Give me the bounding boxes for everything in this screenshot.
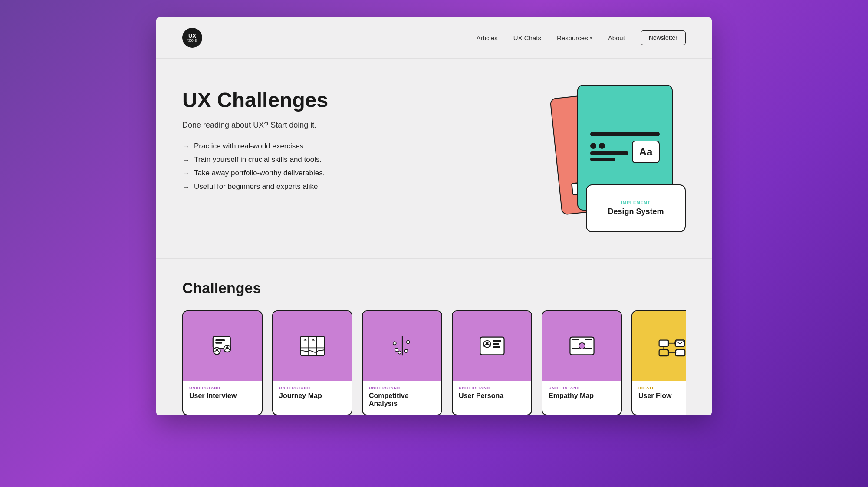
challenge-card-empathy[interactable]: UNDERSTAND Empathy Map bbox=[542, 310, 622, 415]
bullet-4: → Useful for beginners and experts alike… bbox=[182, 182, 328, 191]
svg-rect-33 bbox=[585, 339, 592, 340]
card-icon-area-6 bbox=[632, 311, 686, 381]
page-container: UX tools Articles UX Chats Resources ▾ A… bbox=[156, 17, 712, 415]
svg-rect-35 bbox=[585, 348, 592, 349]
newsletter-button[interactable]: Newsletter bbox=[641, 30, 686, 45]
arrow-icon-4: → bbox=[182, 183, 190, 191]
card-icon-area-4 bbox=[453, 311, 531, 381]
svg-point-18 bbox=[406, 341, 409, 344]
card-info-4: UNDERSTAND User Persona bbox=[453, 381, 531, 407]
svg-point-24 bbox=[486, 342, 488, 344]
card-icon-area bbox=[183, 311, 262, 381]
svg-rect-8 bbox=[300, 336, 324, 355]
svg-rect-37 bbox=[659, 350, 668, 356]
svg-point-19 bbox=[398, 351, 401, 354]
card-info-2: UNDERSTAND Journey Map bbox=[273, 381, 352, 407]
svg-rect-25 bbox=[493, 340, 501, 342]
chevron-down-icon: ▾ bbox=[590, 35, 592, 41]
svg-rect-3 bbox=[215, 342, 222, 344]
hero-subtitle: Done reading about UX? Start doing it. bbox=[182, 121, 328, 130]
hero-list: → Practice with real-world exercises. → … bbox=[182, 142, 328, 191]
card-info-3: UNDERSTAND Competitive Analysis bbox=[363, 381, 441, 415]
hero-section: UX Challenges Done reading about UX? Sta… bbox=[156, 59, 712, 259]
card-info-6: IDEATE User Flow bbox=[632, 381, 686, 407]
svg-rect-34 bbox=[572, 348, 579, 349]
card-title: Design System bbox=[608, 207, 664, 216]
card-category-2: UNDERSTAND bbox=[279, 386, 345, 390]
card-icon-area-3 bbox=[363, 311, 441, 381]
card-category-6: IDEATE bbox=[638, 386, 686, 390]
card-info-5: UNDERSTAND Empathy Map bbox=[542, 381, 621, 407]
challenges-title: Challenges bbox=[182, 280, 686, 296]
svg-rect-40 bbox=[675, 350, 684, 356]
card-name-3: Competitive Analysis bbox=[369, 392, 435, 408]
card-label: IMPLEMENT bbox=[621, 201, 651, 205]
aa-typography-icon: Aa bbox=[632, 141, 660, 163]
svg-point-4 bbox=[224, 345, 230, 352]
hero-title: UX Challenges bbox=[182, 89, 328, 112]
challenges-section: Challenges bbox=[156, 259, 712, 415]
challenges-grid: UNDERSTAND User Interview bbox=[182, 310, 686, 415]
bullet-2: → Train yourself in crucial skills and t… bbox=[182, 155, 328, 165]
challenge-card-journey-map[interactable]: UNDERSTAND Journey Map bbox=[272, 310, 352, 415]
svg-point-31 bbox=[579, 343, 585, 349]
card-bottom: IMPLEMENT Design System bbox=[586, 184, 686, 232]
logo-circle: UX tools bbox=[182, 28, 202, 48]
arrow-icon-3: → bbox=[182, 169, 190, 178]
nav-articles[interactable]: Articles bbox=[477, 34, 498, 42]
header: UX tools Articles UX Chats Resources ▾ A… bbox=[156, 17, 712, 59]
nav-about[interactable]: About bbox=[608, 34, 625, 42]
card-category-3: UNDERSTAND bbox=[369, 386, 435, 390]
card-icon-area-5 bbox=[542, 311, 621, 381]
svg-rect-2 bbox=[215, 339, 225, 341]
main-nav: Articles UX Chats Resources ▾ About News… bbox=[477, 30, 686, 45]
svg-point-17 bbox=[395, 348, 398, 351]
card-name-2: Journey Map bbox=[279, 392, 345, 400]
card-category-4: UNDERSTAND bbox=[459, 386, 525, 390]
arrow-icon-2: → bbox=[182, 156, 190, 165]
challenge-card-persona[interactable]: UNDERSTAND User Persona bbox=[452, 310, 532, 415]
svg-point-20 bbox=[404, 349, 408, 352]
card-info: UNDERSTAND User Interview bbox=[183, 381, 262, 407]
svg-rect-32 bbox=[572, 339, 579, 340]
svg-rect-26 bbox=[493, 343, 499, 345]
card-name-5: Empathy Map bbox=[549, 392, 615, 400]
hero-illustration: ? bbox=[547, 76, 686, 232]
bullet-3: → Take away portfolio-worthy deliverable… bbox=[182, 169, 328, 178]
card-name-1: User Interview bbox=[189, 392, 256, 400]
svg-rect-36 bbox=[659, 340, 668, 346]
bullet-1: → Practice with real-world exercises. bbox=[182, 142, 328, 151]
arrow-icon-1: → bbox=[182, 142, 190, 151]
challenge-card-user-flow[interactable]: IDEATE User Flow bbox=[631, 310, 686, 415]
svg-point-21 bbox=[393, 342, 396, 345]
nav-ux-chats[interactable]: UX Chats bbox=[513, 34, 541, 42]
card-name-6: User Flow bbox=[638, 392, 686, 400]
card-category-5: UNDERSTAND bbox=[549, 386, 615, 390]
card-category-1: UNDERSTAND bbox=[189, 386, 256, 390]
card-name-4: User Persona bbox=[459, 392, 525, 400]
svg-rect-27 bbox=[493, 346, 500, 348]
challenge-card-competitive[interactable]: UNDERSTAND Competitive Analysis bbox=[362, 310, 442, 415]
card-icon-area-2 bbox=[273, 311, 352, 381]
hero-content: UX Challenges Done reading about UX? Sta… bbox=[182, 85, 328, 196]
svg-rect-39 bbox=[675, 340, 684, 346]
challenge-card-user-interview[interactable]: UNDERSTAND User Interview bbox=[182, 310, 263, 415]
logo-tools: tools bbox=[187, 39, 197, 43]
logo[interactable]: UX tools bbox=[182, 28, 202, 48]
nav-resources[interactable]: Resources ▾ bbox=[557, 34, 592, 42]
